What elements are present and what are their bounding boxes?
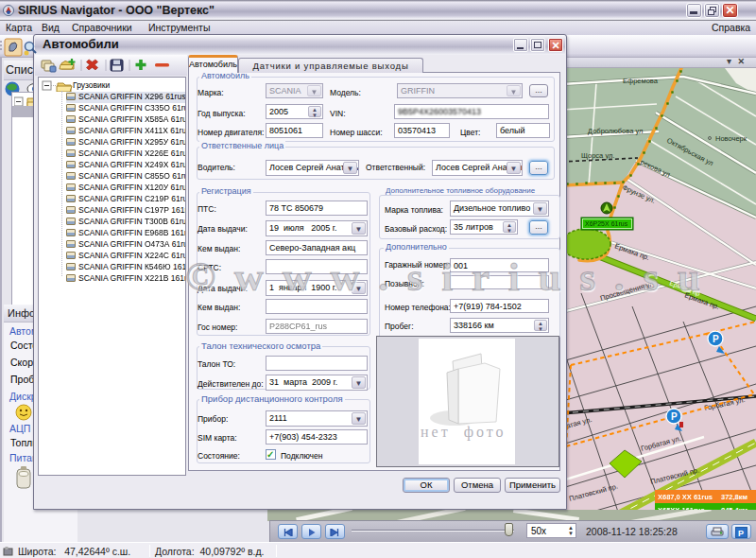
- svg-text:Добролюбова ул: Добролюбова ул: [588, 127, 643, 135]
- svg-text:Новочерк: Новочерк: [715, 134, 747, 143]
- svg-text:Х687,0 ХХ 61rus: Х687,0 ХХ 61rus: [658, 493, 713, 501]
- svg-text:Ефремова: Ефремова: [623, 77, 659, 85]
- svg-text:P: P: [671, 411, 678, 422]
- svg-text:Щорса ул.: Щорса ул.: [581, 151, 614, 160]
- svg-text:372,8км: 372,8км: [721, 493, 748, 501]
- svg-text:P: P: [738, 529, 744, 538]
- svg-text:Х6Р25Х 61rus: Х6Р25Х 61rus: [585, 220, 628, 227]
- svg-text:P: P: [713, 334, 719, 344]
